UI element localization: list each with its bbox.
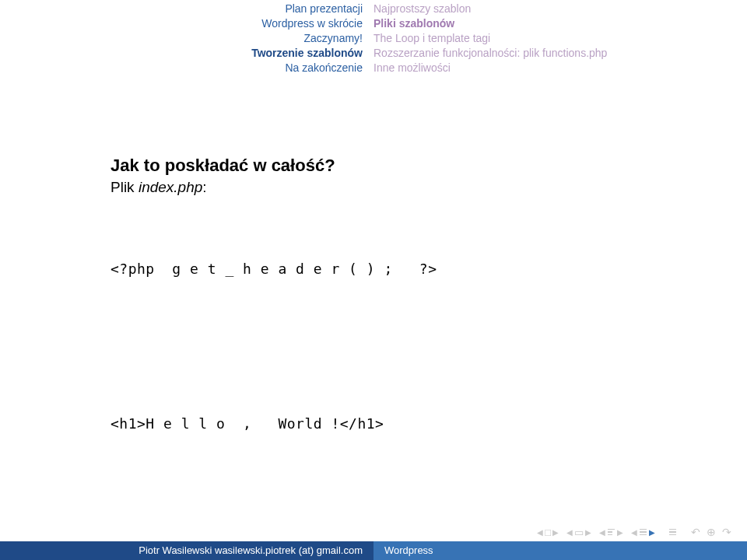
next-slide-icon[interactable]: ▶ bbox=[552, 528, 559, 537]
back-icon[interactable]: ↶ bbox=[691, 526, 700, 538]
slide-content: Jak to poskładać w całość? Plik index.ph… bbox=[110, 156, 437, 560]
code-line bbox=[110, 488, 437, 514]
prev-section-icon[interactable]: ◀ bbox=[631, 528, 637, 537]
filename-line: Plik index.php: bbox=[110, 179, 437, 196]
slide-icon: □ bbox=[545, 527, 551, 538]
prev-frame-icon[interactable]: ◀ bbox=[566, 528, 573, 537]
nav-subsection-group: ◀ ▶ bbox=[599, 528, 623, 537]
footer-author: Piotr Wasilewski wasilewski.piotrek (at)… bbox=[0, 541, 374, 560]
forward-icon[interactable]: ↷ bbox=[722, 526, 731, 538]
code-line bbox=[110, 333, 437, 359]
footer-title: Wordpress bbox=[374, 541, 747, 560]
code-line: <?php g e t _ h e a d e r ( ) ; ?> bbox=[110, 256, 437, 282]
outline-item[interactable]: Plan prezentacji bbox=[0, 2, 363, 16]
suboutline-item[interactable]: Najprostszy szablon bbox=[374, 2, 747, 16]
section-icon bbox=[640, 529, 647, 536]
outline-left: Plan prezentacji Wordpress w skrócie Zac… bbox=[0, 2, 374, 75]
code-line: <h1>H e l l o , World !</h1> bbox=[110, 411, 437, 436]
next-section-icon[interactable]: ▶ bbox=[649, 528, 655, 537]
outline-item-active[interactable]: Tworzenie szablonów bbox=[0, 46, 363, 61]
suboutline-item[interactable]: The Loop i template tagi bbox=[374, 31, 747, 46]
subsection-icon bbox=[608, 529, 615, 536]
nav-section-group: ◀ ▶ bbox=[631, 528, 655, 537]
frame-icon: ▭ bbox=[574, 527, 584, 538]
nav-undo-redo: ↶ ⊕ ↷ bbox=[689, 526, 733, 538]
next-subsection-icon[interactable]: ▶ bbox=[617, 528, 623, 537]
slide-header: Plan prezentacji Wordpress w skrócie Zac… bbox=[0, 0, 747, 81]
toc-icon[interactable] bbox=[669, 529, 676, 536]
suboutline-item[interactable]: Rozszerzanie funkcjonalności: plik funct… bbox=[374, 46, 747, 61]
slide-footer: Piotr Wasilewski wasilewski.piotrek (at)… bbox=[0, 541, 747, 560]
nav-slide-group: ◀ □ ▶ bbox=[537, 527, 559, 538]
outline-item[interactable]: Zaczynamy! bbox=[0, 31, 363, 46]
suboutline-item[interactable]: Inne możliwości bbox=[374, 61, 747, 75]
beamer-nav-bar: ◀ □ ▶ ◀ ▭ ▶ ◀ ▶ ◀ ▶ ↶ ⊕ ↷ bbox=[537, 526, 733, 538]
search-icon[interactable]: ⊕ bbox=[707, 526, 716, 538]
slide-heading: Jak to poskładać w całość? bbox=[110, 156, 437, 176]
code-block: <?php g e t _ h e a d e r ( ) ; ?> <h1>H… bbox=[110, 204, 437, 560]
outline-right: Najprostszy szablon Pliki szablonów The … bbox=[374, 2, 747, 75]
next-frame-icon[interactable]: ▶ bbox=[585, 528, 591, 537]
outline-item[interactable]: Wordpress w skrócie bbox=[0, 16, 363, 31]
suboutline-item-active[interactable]: Pliki szablonów bbox=[374, 16, 747, 31]
nav-frame-group: ◀ ▭ ▶ bbox=[566, 527, 591, 538]
outline-item[interactable]: Na zakończenie bbox=[0, 61, 363, 75]
prev-slide-icon[interactable]: ◀ bbox=[537, 528, 543, 537]
prev-subsection-icon[interactable]: ◀ bbox=[599, 528, 605, 537]
